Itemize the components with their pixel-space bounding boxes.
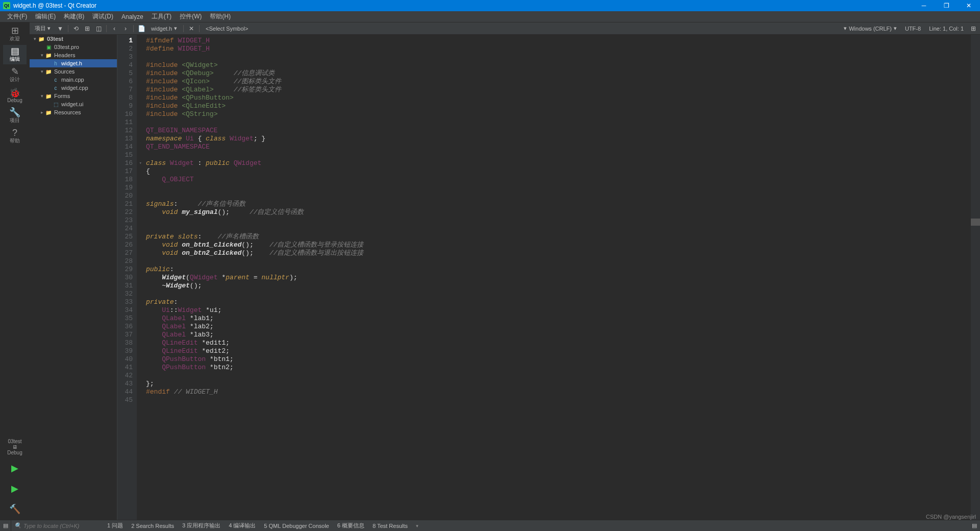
code-line[interactable]: QLabel *lab1; <box>146 315 971 323</box>
code-line[interactable]: { <box>146 167 971 176</box>
line-number[interactable]: 22 <box>117 208 133 216</box>
pane-qml-console[interactable]: 5 QML Debugger Console <box>260 520 333 531</box>
line-number[interactable]: 13 <box>117 135 133 143</box>
tree-headers-folder[interactable]: ▾📁Headers <box>30 51 117 59</box>
mode-debug[interactable]: 🐞Debug <box>3 86 27 105</box>
line-number[interactable]: 42 <box>117 372 133 380</box>
overview-ruler[interactable] <box>971 35 980 520</box>
code-line[interactable]: QPushButton *btn2; <box>146 364 971 372</box>
pane-compile-output[interactable]: 4 编译输出 <box>225 520 260 531</box>
menu-debug[interactable]: 调试(D) <box>88 11 117 22</box>
line-number[interactable]: 28 <box>117 257 133 266</box>
line-number[interactable]: 3 <box>117 53 133 61</box>
line-number[interactable]: 33 <box>117 298 133 306</box>
code-line[interactable]: #include <QLineEdit> <box>146 102 971 110</box>
sync-button[interactable]: ⟲ <box>71 24 81 33</box>
code-editor[interactable]: 12345678910111213141516▾1718192021222324… <box>117 35 980 520</box>
line-number[interactable]: 21 <box>117 200 133 208</box>
code-line[interactable] <box>146 151 971 159</box>
pane-general-messages[interactable]: 6 概要信息 <box>333 520 369 531</box>
menu-window[interactable]: 控件(W) <box>176 11 206 22</box>
tree-file-widget-h[interactable]: hwidget.h <box>30 59 117 67</box>
kit-selector[interactable]: 03test🖥Debug <box>3 439 27 455</box>
line-number[interactable]: 8 <box>117 94 133 102</box>
line-number[interactable]: 20 <box>117 192 133 200</box>
line-number[interactable]: 5 <box>117 69 133 78</box>
line-number[interactable]: 12 <box>117 127 133 135</box>
lineending-selector[interactable]: ▾ Windows (CRLF) ▾ <box>841 25 900 32</box>
code-line[interactable]: #include <QDebug> //信息调试类 <box>146 69 971 78</box>
line-number[interactable]: 14 <box>117 143 133 151</box>
locate-input[interactable]: 🔍 Type to locate (Ctrl+K) <box>11 522 103 529</box>
mode-projects[interactable]: 🔧项目 <box>3 106 27 126</box>
code-line[interactable]: QLineEdit *edit2; <box>146 347 971 355</box>
sidebar-toggle-button[interactable]: ▤ <box>0 520 11 531</box>
close-tab-button[interactable]: ✕ <box>187 24 196 33</box>
line-number[interactable]: 24 <box>117 225 133 233</box>
run-button[interactable]: ▶ <box>3 458 27 478</box>
maximize-button[interactable]: ❐ <box>935 0 958 11</box>
code-line[interactable] <box>146 257 971 266</box>
code-line[interactable]: QPushButton *btn1; <box>146 355 971 364</box>
symbol-selector[interactable]: <Select Symbol> <box>203 26 251 32</box>
code-line[interactable]: #include <QIcon> //图标类头文件 <box>146 78 971 86</box>
line-number[interactable]: 6 <box>117 78 133 86</box>
line-number[interactable]: 27 <box>117 249 133 257</box>
code-line[interactable] <box>146 118 971 127</box>
code-line[interactable]: signals: //声名信号函数 <box>146 200 971 208</box>
tree-file-widget-cpp[interactable]: cwidget.cpp <box>30 84 117 92</box>
line-number[interactable]: 39 <box>117 347 133 355</box>
code-line[interactable] <box>146 372 971 380</box>
code-line[interactable]: QT_END_NAMESPACE <box>146 143 971 151</box>
code-line[interactable]: #ifndef WIDGET_H <box>146 37 971 45</box>
file-tab[interactable]: widget.h ▾ <box>148 25 180 32</box>
tree-sources-folder[interactable]: ▾📁Sources <box>30 67 117 76</box>
line-number[interactable]: 26 <box>117 241 133 249</box>
menu-edit[interactable]: 编辑(E) <box>31 11 60 22</box>
tree-forms-folder[interactable]: ▾📁Forms <box>30 92 117 100</box>
code-line[interactable]: }; <box>146 380 971 388</box>
pane-search-results[interactable]: 2 Search Results <box>127 520 178 531</box>
mode-edit[interactable]: ▤编辑 <box>3 45 27 64</box>
line-number[interactable]: 34 <box>117 306 133 315</box>
nav-forward-button[interactable]: › <box>121 24 130 33</box>
mode-help[interactable]: ?帮助 <box>3 127 27 146</box>
pane-test-results[interactable]: 8 Test Results <box>369 520 412 531</box>
run-debug-button[interactable]: ▶ <box>3 479 27 498</box>
line-number[interactable]: 9 <box>117 102 133 110</box>
menu-build[interactable]: 构建(B) <box>60 11 88 22</box>
line-number[interactable]: 23 <box>117 216 133 225</box>
mode-welcome[interactable]: ⊞欢迎 <box>3 25 27 44</box>
line-number[interactable]: 11 <box>117 118 133 127</box>
line-number[interactable]: 1 <box>117 37 133 45</box>
code-line[interactable] <box>146 225 971 233</box>
line-number[interactable]: 18 <box>117 176 133 184</box>
line-number[interactable]: 35 <box>117 315 133 323</box>
menu-file[interactable]: 文件(F) <box>3 11 31 22</box>
code-line[interactable]: QT_BEGIN_NAMESPACE <box>146 127 971 135</box>
line-number[interactable]: 2 <box>117 45 133 53</box>
project-tree[interactable]: ▾📁03test ▣03test.pro ▾📁Headers hwidget.h… <box>30 35 117 520</box>
build-button[interactable]: 🔨 <box>3 499 27 519</box>
code-line[interactable]: QLabel *lab2; <box>146 323 971 331</box>
close-button[interactable]: ✕ <box>958 0 980 11</box>
encoding-selector[interactable]: UTF-8 <box>902 26 924 32</box>
code-line[interactable]: Widget(QWidget *parent = nullptr); <box>146 274 971 282</box>
code-line[interactable] <box>146 184 971 192</box>
add-button[interactable]: ⊞ <box>83 24 92 33</box>
code-line[interactable]: #define WIDGET_H <box>146 45 971 53</box>
code-line[interactable]: void on_btn1_clicked(); //自定义槽函数与登录按钮连接 <box>146 241 971 249</box>
line-number[interactable]: 7 <box>117 86 133 94</box>
nav-back-button[interactable]: ‹ <box>110 24 119 33</box>
line-number[interactable]: 19 <box>117 184 133 192</box>
progress-toggle-button[interactable]: ▤ <box>969 520 980 531</box>
line-number[interactable]: 17 <box>117 167 133 176</box>
tree-file-main-cpp[interactable]: cmain.cpp <box>30 76 117 84</box>
line-number[interactable]: 4 <box>117 61 133 69</box>
pane-issues[interactable]: 1 问题 <box>103 520 127 531</box>
code-line[interactable]: ~Widget(); <box>146 282 971 290</box>
tree-file-widget-ui[interactable]: ⬚widget.ui <box>30 100 117 108</box>
code-line[interactable] <box>146 192 971 200</box>
code-line[interactable]: #endif // WIDGET_H <box>146 388 971 396</box>
code-line[interactable]: void on_btn2_clicked(); //自定义槽函数与退出按钮连接 <box>146 249 971 257</box>
